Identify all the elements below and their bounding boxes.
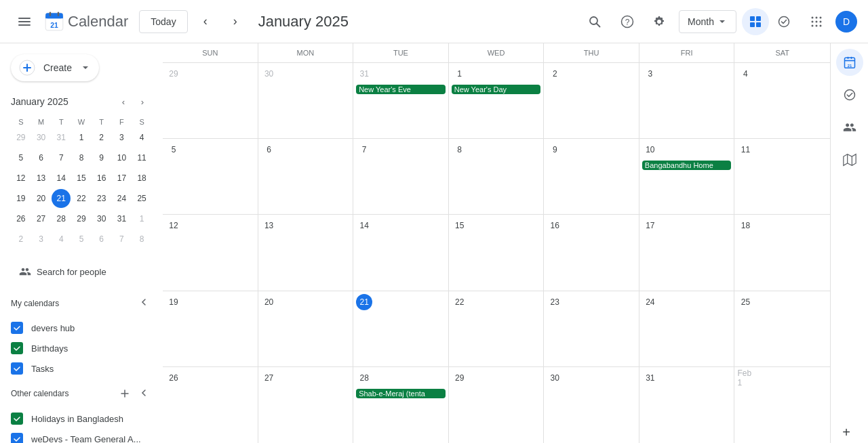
cal-cell[interactable]: 5: [163, 139, 258, 214]
cal-cell[interactable]: 4: [734, 63, 830, 138]
cal-cell[interactable]: 8: [449, 139, 545, 214]
cal-cell[interactable]: 20: [258, 291, 354, 366]
right-add-button[interactable]: +: [835, 421, 857, 443]
cal-cell[interactable]: 29: [449, 367, 545, 443]
mini-day-cell[interactable]: 17: [112, 169, 131, 188]
mini-day-cell[interactable]: 2: [12, 230, 31, 249]
mini-day-cell[interactable]: 29: [12, 128, 31, 147]
mini-day-cell[interactable]: 8: [72, 148, 91, 167]
mini-day-cell[interactable]: 18: [132, 169, 151, 188]
apps-button[interactable]: [803, 8, 830, 35]
cal-cell[interactable]: 28Shab-e-Meraj (tenta: [353, 367, 449, 443]
mini-day-cell[interactable]: 20: [32, 189, 51, 208]
cal-cell[interactable]: 3: [639, 63, 735, 138]
mini-day-cell[interactable]: 30: [92, 209, 111, 228]
calendar-item-tasks[interactable]: Tasks: [0, 358, 157, 379]
mini-day-cell[interactable]: 16: [92, 169, 111, 188]
cal-cell[interactable]: 16: [544, 215, 639, 290]
mini-day-cell[interactable]: 7: [112, 230, 131, 249]
cal-cell[interactable]: 24: [639, 291, 735, 366]
search-button[interactable]: [581, 8, 608, 35]
cal-cell[interactable]: 6: [258, 139, 354, 214]
mini-day-cell[interactable]: 2: [92, 128, 111, 147]
cal-cell[interactable]: 2: [544, 63, 639, 138]
mini-prev-btn[interactable]: ‹: [114, 92, 133, 111]
cal-cell[interactable]: 18: [734, 215, 830, 290]
next-month-button[interactable]: ›: [223, 9, 248, 34]
cal-cell[interactable]: 27: [258, 367, 354, 443]
mini-day-cell[interactable]: 1: [72, 128, 91, 147]
calendar-checkbox-wedevs[interactable]: [11, 433, 23, 443]
cal-cell[interactable]: 12: [163, 215, 258, 290]
cal-cell[interactable]: 11: [734, 139, 830, 214]
add-other-calendar-button[interactable]: [115, 384, 134, 403]
menu-button[interactable]: [11, 8, 38, 35]
mini-day-cell[interactable]: 25: [132, 189, 151, 208]
calendar-checkbox-devers-hub[interactable]: [11, 322, 23, 334]
month-view-button[interactable]: [742, 8, 769, 35]
today-button[interactable]: Today: [139, 10, 187, 33]
mini-day-cell[interactable]: 29: [72, 209, 91, 228]
mini-day-cell[interactable]: 6: [32, 148, 51, 167]
mini-day-cell[interactable]: 5: [72, 230, 91, 249]
other-calendars-collapse[interactable]: [136, 385, 152, 403]
mini-day-cell[interactable]: 31: [112, 209, 131, 228]
mini-day-cell[interactable]: 19: [12, 189, 31, 208]
mini-day-cell[interactable]: 4: [52, 230, 71, 249]
calendar-item-wedevs[interactable]: weDevs - Team General A...: [0, 429, 157, 443]
cal-cell[interactable]: 1New Year's Day: [449, 63, 545, 138]
cal-cell[interactable]: 17: [639, 215, 735, 290]
right-maps-button[interactable]: [836, 146, 863, 173]
calendar-checkbox-holidays[interactable]: [11, 413, 23, 425]
mini-day-cell[interactable]: 27: [32, 209, 51, 228]
cal-cell[interactable]: 31New Year's Eve: [353, 63, 449, 138]
mini-day-cell[interactable]: 28: [52, 209, 71, 228]
cal-cell[interactable]: 25: [734, 291, 830, 366]
mini-day-cell[interactable]: 15: [72, 169, 91, 188]
mini-day-cell[interactable]: 24: [112, 189, 131, 208]
mini-day-cell[interactable]: 11: [132, 148, 151, 167]
calendar-item-devers-hub[interactable]: devers hub: [0, 318, 157, 338]
event-chip[interactable]: New Year's Day: [452, 85, 541, 94]
right-check-button[interactable]: [836, 81, 863, 108]
mini-day-cell[interactable]: 21: [52, 189, 71, 208]
cal-cell[interactable]: 22: [449, 291, 545, 366]
prev-month-button[interactable]: ‹: [193, 9, 218, 34]
cal-cell[interactable]: 14: [353, 215, 449, 290]
cal-cell[interactable]: 23: [544, 291, 639, 366]
mini-day-cell[interactable]: 9: [92, 148, 111, 167]
mini-day-cell[interactable]: 8: [132, 230, 151, 249]
mini-day-cell[interactable]: 5: [12, 148, 31, 167]
event-chip[interactable]: Bangabandhu Home: [642, 161, 732, 170]
right-people-button[interactable]: [836, 114, 863, 141]
cal-cell[interactable]: 15: [449, 215, 545, 290]
mini-day-cell[interactable]: 13: [32, 169, 51, 188]
cal-cell[interactable]: 21: [353, 291, 449, 366]
my-calendars-collapse[interactable]: [136, 294, 152, 312]
mini-day-cell[interactable]: 22: [72, 189, 91, 208]
mini-day-cell[interactable]: 3: [112, 128, 131, 147]
event-chip[interactable]: New Year's Eve: [356, 85, 446, 94]
mini-day-cell[interactable]: 26: [12, 209, 31, 228]
mini-day-cell[interactable]: 23: [92, 189, 111, 208]
help-button[interactable]: ?: [614, 8, 641, 35]
calendar-checkbox-tasks[interactable]: [11, 362, 23, 375]
cal-cell[interactable]: 26: [163, 367, 258, 443]
mini-day-cell[interactable]: 6: [92, 230, 111, 249]
mini-day-cell[interactable]: 30: [32, 128, 51, 147]
mini-day-cell[interactable]: 1: [132, 209, 151, 228]
calendar-checkbox-birthdays[interactable]: [11, 342, 23, 354]
cal-cell[interactable]: 19: [163, 291, 258, 366]
right-calendar-button[interactable]: 21: [836, 49, 863, 76]
mini-day-cell[interactable]: 10: [112, 148, 131, 167]
cal-cell[interactable]: 9: [544, 139, 639, 214]
create-button[interactable]: Create: [11, 54, 99, 81]
mini-day-cell[interactable]: 4: [132, 128, 151, 147]
cal-cell[interactable]: 29: [163, 63, 258, 138]
cal-cell[interactable]: 30: [544, 367, 639, 443]
mini-day-cell[interactable]: 31: [52, 128, 71, 147]
calendar-item-holidays[interactable]: Holidays in Bangladesh: [0, 408, 157, 429]
mini-day-cell[interactable]: 12: [12, 169, 31, 188]
mini-day-cell[interactable]: 3: [32, 230, 51, 249]
check-view-button[interactable]: [770, 8, 797, 35]
